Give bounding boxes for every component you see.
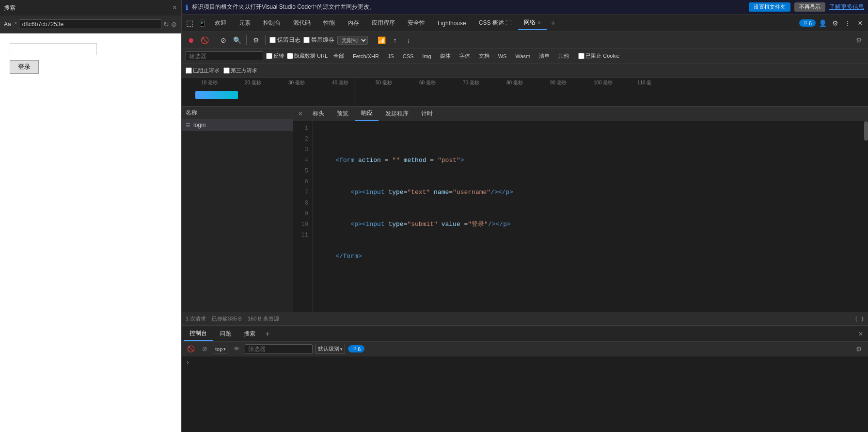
tab-elements[interactable]: 元素 xyxy=(233,16,256,30)
filter-media[interactable]: 媒体 xyxy=(437,52,454,60)
console-clear-btn[interactable]: 🚫 xyxy=(186,344,196,354)
tab-console[interactable]: 控制台 xyxy=(257,16,286,30)
tab-performance[interactable]: 性能 xyxy=(317,16,341,30)
console-settings-icon[interactable]: ⚙ xyxy=(853,344,864,354)
close-response-icon[interactable]: × xyxy=(295,109,306,119)
login-button[interactable]: 登录 xyxy=(10,60,39,74)
aa-label[interactable]: Aa xyxy=(4,21,11,28)
filter-all[interactable]: 全部 xyxy=(331,52,347,60)
third-party-label[interactable]: 第三方请求 xyxy=(223,67,257,74)
request-item[interactable]: ☰ login xyxy=(182,119,293,131)
tab-initiator[interactable]: 发起程序 xyxy=(379,107,414,121)
request-name: login xyxy=(193,122,205,128)
record-button[interactable]: ⏺ xyxy=(186,35,196,46)
blocked-requests-checkbox[interactable] xyxy=(186,67,192,74)
disable-cache-label[interactable]: 禁用缓存 xyxy=(303,36,334,44)
info-text: 标识项目的根文件夹以打开Visual Studio Code中的源文件并同步更改… xyxy=(192,3,745,11)
tab-memory[interactable]: 内存 xyxy=(342,16,365,30)
import-icon[interactable]: ↑ xyxy=(390,35,400,46)
people-icon[interactable]: 👤 xyxy=(817,17,828,29)
inspect-icon[interactable]: ⬚ xyxy=(184,17,195,29)
blocked-cookies-checkbox[interactable] xyxy=(578,53,584,59)
device-toggle-icon[interactable]: 📱 xyxy=(196,17,208,29)
filter-js[interactable]: JS xyxy=(385,53,397,60)
more-options-icon[interactable]: ⋮ xyxy=(842,17,853,29)
settings-icon[interactable]: ⚙ xyxy=(829,17,841,29)
tab-application[interactable]: 应用程序 xyxy=(366,16,401,30)
filter-font[interactable]: 字体 xyxy=(457,52,473,60)
console-content[interactable]: › xyxy=(182,356,868,432)
hide-data-url-label[interactable]: 隐藏数据 URL xyxy=(287,52,328,60)
tab-welcome[interactable]: 欢迎 xyxy=(209,16,232,30)
console-tab-search[interactable]: 搜索 xyxy=(238,327,261,341)
status-resources: 160 B 条资源 xyxy=(248,315,279,322)
tab-network[interactable]: 网络 × xyxy=(518,16,547,30)
response-tabs: × 标头 预览 响应 发起程序 计时 xyxy=(293,107,868,121)
keep-log-label[interactable]: 保留日志 xyxy=(269,36,300,44)
filter-document[interactable]: 文档 xyxy=(476,52,492,60)
blocked-cookies-label[interactable]: 已阻止 Cookie xyxy=(578,52,619,60)
disable-cache-checkbox[interactable] xyxy=(303,37,310,43)
tab-security[interactable]: 安全性 xyxy=(402,16,431,30)
context-selector[interactable]: top ▾ xyxy=(213,345,228,353)
third-party-checkbox[interactable] xyxy=(223,67,230,74)
wifi-icon[interactable]: 📶 xyxy=(376,35,387,46)
console-filter-btn[interactable]: ⊘ xyxy=(199,344,210,354)
tab-sources[interactable]: 源代码 xyxy=(287,16,316,30)
network-timeline-bar xyxy=(195,91,238,99)
set-root-button[interactable]: 设置根文件夹 xyxy=(749,2,790,12)
tab-lighthouse[interactable]: Lighthouse xyxy=(432,16,472,30)
learn-more-link[interactable]: 了解更多信息 xyxy=(829,3,864,11)
console-tab-active[interactable]: 控制台 xyxy=(184,327,213,341)
vertical-scrollbar[interactable] xyxy=(864,121,868,312)
network-settings-icon[interactable]: ⚙ xyxy=(853,35,864,46)
hide-data-url-checkbox[interactable] xyxy=(287,53,293,59)
invert-checkbox[interactable] xyxy=(266,53,272,59)
add-tab-icon[interactable]: + xyxy=(548,18,558,29)
console-tab-issues[interactable]: 问题 xyxy=(214,327,237,341)
timeline-area: 10 毫秒 20 毫秒 30 毫秒 40 毫秒 50 毫秒 60 毫秒 70 毫… xyxy=(182,78,868,107)
export-icon[interactable]: ↓ xyxy=(403,35,414,46)
console-filter-input[interactable] xyxy=(245,344,313,354)
network-options-icon[interactable]: ⚙ xyxy=(251,35,261,46)
filter-css[interactable]: CSS xyxy=(400,53,417,60)
filter-ws[interactable]: WS xyxy=(495,53,510,60)
level-selector[interactable]: 默认级别 ▾ xyxy=(316,344,345,354)
status-requests: 1 次请求 xyxy=(186,315,206,322)
tab-response[interactable]: 响应 xyxy=(355,107,379,121)
username-input[interactable] xyxy=(10,43,97,55)
blocked-requests-label[interactable]: 已阻止请求 xyxy=(186,67,220,74)
tab-css-overview[interactable]: CSS 概述 ⛶ xyxy=(473,16,517,30)
search-toggle[interactable]: 🔍 xyxy=(232,35,242,46)
tab-timing[interactable]: 计时 xyxy=(415,107,439,121)
search-input[interactable] xyxy=(19,19,161,29)
close-network-tab[interactable]: × xyxy=(537,19,541,26)
dot-label[interactable]: .* xyxy=(13,21,17,28)
filter-other[interactable]: 其他 xyxy=(555,52,572,60)
filter-wasm[interactable]: Wasm xyxy=(512,53,533,60)
refresh-icon[interactable]: ↻ xyxy=(163,20,169,28)
dismiss-button[interactable]: 不再显示 xyxy=(794,2,825,12)
close-devtools-icon[interactable]: × xyxy=(854,17,866,29)
tab-preview[interactable]: 预览 xyxy=(331,107,354,121)
console-toolbar: 🚫 ⊘ top ▾ 👁 默认级别 ▾ xyxy=(182,342,868,356)
close-console-icon[interactable]: × xyxy=(855,329,866,339)
filter-fetch-xhr[interactable]: Fetch/XHR xyxy=(350,53,382,60)
search-close-icon[interactable]: × xyxy=(173,3,177,12)
throttle-select[interactable]: 无限制 xyxy=(337,36,368,45)
console-eye-btn[interactable]: 👁 xyxy=(231,344,242,354)
console-badge: ⚐ 6 xyxy=(348,345,364,352)
invert-label[interactable]: 反转 xyxy=(266,52,284,60)
filter-img[interactable]: Img xyxy=(419,53,434,60)
filter-input[interactable] xyxy=(186,51,263,61)
add-console-tab[interactable]: + xyxy=(262,329,273,339)
filter-toggle[interactable]: ⊘ xyxy=(218,35,229,46)
tab-headers[interactable]: 标头 xyxy=(307,107,330,121)
filter-manifest[interactable]: 清单 xyxy=(536,52,552,60)
scrollbar-thumb[interactable] xyxy=(864,121,868,141)
clear-button[interactable]: 🚫 xyxy=(199,35,210,46)
keep-log-checkbox[interactable] xyxy=(269,37,276,43)
clear-icon[interactable]: ⊘ xyxy=(171,20,177,28)
timeline-cursor xyxy=(354,78,354,106)
console-area: 控制台 问题 搜索 + × 🚫 ⊘ top ▾ 👁 xyxy=(182,325,868,432)
